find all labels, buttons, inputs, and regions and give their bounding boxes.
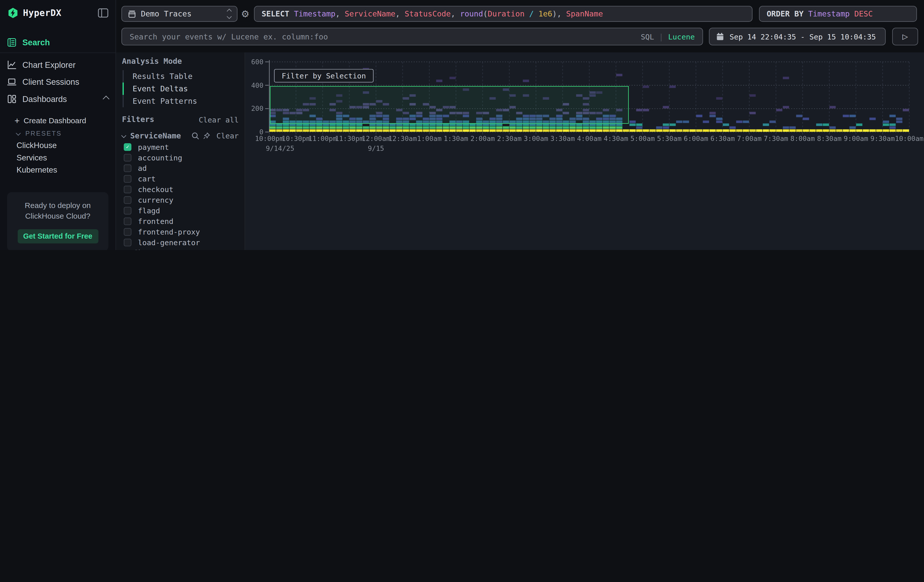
sidebar-item-clickhouse[interactable]: ClickHouse	[0, 139, 116, 152]
filter-option-label: ad	[138, 163, 147, 172]
filter-option-flagd[interactable]: flagd	[122, 205, 239, 216]
plus-icon: +	[12, 115, 22, 125]
filter-option-label: cart	[138, 174, 156, 183]
query-token: (	[483, 9, 488, 18]
create-dashboard-button[interactable]: + Create Dashboard	[0, 113, 116, 127]
x-tick-label: 8:00am	[790, 134, 815, 143]
language-toggle-sql[interactable]: SQL	[641, 32, 654, 41]
query-token: SpanName	[566, 9, 603, 18]
query-token: Timestamp	[808, 9, 850, 18]
analysis-option-results-table[interactable]: Results Table	[122, 70, 239, 82]
chart-selection[interactable]	[270, 86, 629, 124]
query-token: Duration	[488, 9, 525, 18]
clear-group-button[interactable]: Clear	[216, 131, 239, 140]
language-toggle-lucene[interactable]: Lucene	[668, 32, 695, 41]
x-tick-label: 7:00am	[737, 134, 762, 143]
clear-all-button[interactable]: Clear all	[199, 115, 239, 124]
presets-toggle[interactable]: PRESETS	[0, 127, 116, 139]
filter-option-checkout[interactable]: checkout	[122, 184, 239, 195]
filter-option-accounting[interactable]: accounting	[122, 152, 239, 163]
client-sessions-icon	[7, 77, 16, 86]
hyperdx-logo-icon	[7, 7, 19, 19]
select-updown-icon	[228, 9, 231, 18]
x-tick-label: 3:30am	[550, 134, 575, 143]
checkbox[interactable]	[124, 228, 131, 235]
checkbox-checked[interactable]: ✓	[124, 143, 131, 150]
show-more-button[interactable]: Show more	[122, 247, 239, 250]
filter-by-selection-tooltip[interactable]: Filter by Selection	[274, 69, 374, 83]
filter-option-label: payment	[138, 142, 169, 151]
x-date-label: 9/15	[368, 145, 384, 153]
query-token: StatusCode	[404, 9, 450, 18]
source-select[interactable]: Demo Traces	[121, 6, 238, 22]
query-token: /	[525, 9, 538, 18]
order-by-input[interactable]: ORDER BY Timestamp DESC	[759, 6, 917, 22]
checkbox[interactable]	[124, 206, 131, 214]
x-tick-label: 9:30am	[870, 134, 895, 143]
sidebar-item-services[interactable]: Services	[0, 152, 116, 164]
sidebar-item-search[interactable]: Search	[0, 26, 116, 53]
collapse-sidebar-icon[interactable]	[98, 8, 109, 18]
x-tick-label: 4:30am	[604, 134, 628, 143]
topbar: Demo Traces ⚙ SELECT Timestamp, ServiceN…	[116, 0, 924, 53]
filter-option-label: currency	[138, 195, 173, 204]
x-tick-label: 10:00pm	[255, 134, 284, 143]
chevron-up-icon	[103, 96, 109, 102]
sql-select-input[interactable]: SELECT Timestamp, ServiceName, StatusCod…	[254, 6, 752, 22]
pin-icon[interactable]	[203, 132, 211, 139]
filter-option-label: frontend	[138, 217, 173, 226]
hyperdx-app: HyperDX Search Chart Explorer	[0, 0, 924, 250]
x-tick-label: 12:00am	[362, 134, 390, 143]
checkbox[interactable]	[124, 238, 131, 246]
clickhouse-cloud-promo-card: Ready to deploy on ClickHouse Cloud? Get…	[7, 192, 109, 250]
dashboards-icon	[7, 94, 16, 103]
filter-option-currency[interactable]: currency	[122, 195, 239, 205]
x-tick-label: 5:30am	[657, 134, 681, 143]
checkbox[interactable]	[124, 164, 131, 172]
query-token: SELECT	[262, 9, 294, 18]
filter-option-frontend[interactable]: frontend	[122, 216, 239, 226]
chart-explorer-icon	[7, 60, 16, 69]
filter-option-label: flagd	[138, 206, 160, 215]
analysis-mode-title: Analysis Mode	[122, 57, 239, 66]
sidebar: HyperDX Search Chart Explorer	[0, 0, 116, 250]
logo-row: HyperDX	[0, 0, 116, 26]
sidebar-item-client-sessions[interactable]: Client Sessions	[0, 73, 116, 90]
x-tick-label: 10:30pm	[282, 134, 310, 143]
search-input[interactable]: Search your events w/ Lucene ex. column:…	[121, 28, 703, 45]
checkbox[interactable]	[124, 185, 131, 193]
get-started-button[interactable]: Get Started for Free	[17, 229, 98, 244]
x-tick-label: 4:00am	[577, 134, 602, 143]
x-tick-label: 9:00am	[844, 134, 868, 143]
checkbox[interactable]	[124, 196, 131, 203]
date-range-picker[interactable]: Sep 14 22:04:35 - Sep 15 10:04:35	[709, 28, 886, 45]
filter-groups: ServiceNameClear✓paymentaccountingadcart…	[122, 130, 239, 250]
filters-title: Filters	[122, 115, 199, 124]
filter-option-label: accounting	[138, 153, 182, 162]
checkbox[interactable]	[124, 153, 131, 161]
filter-option-ad[interactable]: ad	[122, 163, 239, 173]
search-icon[interactable]	[192, 132, 200, 139]
run-query-button[interactable]: ▷	[892, 28, 918, 45]
checkbox[interactable]	[124, 175, 131, 183]
query-token: ,	[557, 9, 566, 18]
x-tick-label: 2:00am	[470, 134, 495, 143]
filter-option-frontend-proxy[interactable]: frontend-proxy	[122, 226, 239, 237]
analysis-option-event-deltas[interactable]: Event Deltas	[122, 82, 239, 95]
app-title: HyperDX	[23, 8, 98, 18]
sidebar-item-label: Client Sessions	[23, 77, 109, 86]
analysis-option-event-patterns[interactable]: Event Patterns	[122, 95, 239, 107]
sidebar-item-chart-explorer[interactable]: Chart Explorer	[0, 56, 116, 73]
filter-option-cart[interactable]: cart	[122, 173, 239, 184]
filter-option-load-generator[interactable]: load-generator	[122, 237, 239, 247]
checkbox[interactable]	[124, 217, 131, 225]
source-settings-gear-icon[interactable]: ⚙	[241, 6, 249, 22]
filter-group-header[interactable]: ServiceNameClear	[122, 130, 239, 142]
filter-group-name: ServiceName	[130, 131, 181, 140]
x-tick-label: 12:30am	[388, 134, 417, 143]
filter-option-payment[interactable]: ✓payment	[122, 142, 239, 152]
sidebar-item-label: Chart Explorer	[23, 60, 109, 69]
sidebar-item-kubernetes[interactable]: Kubernetes	[0, 164, 116, 176]
sidebar-item-dashboards[interactable]: Dashboards	[0, 90, 116, 107]
search-placeholder: Search your events w/ Lucene ex. column:…	[130, 32, 641, 41]
